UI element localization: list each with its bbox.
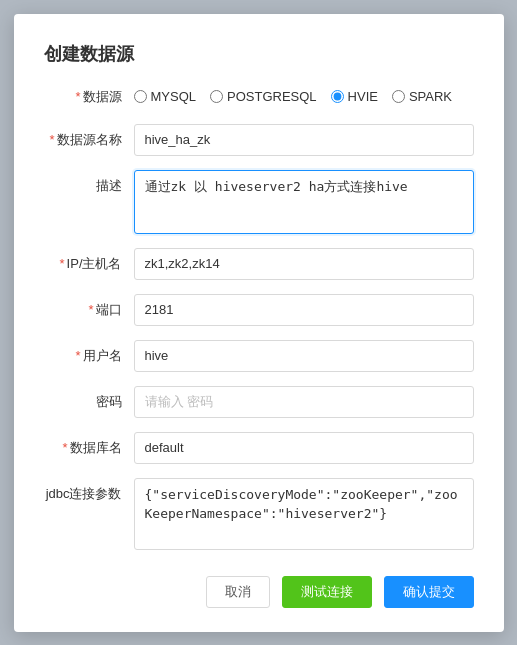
footer-row: 取消 测试连接 确认提交 — [44, 570, 474, 608]
datasource-type-label: *数据源 — [44, 88, 134, 106]
radio-hvie-label: HVIE — [348, 89, 378, 104]
ip-label: *IP/主机名 — [44, 248, 134, 273]
radio-hvie[interactable] — [331, 90, 344, 103]
username-label: *用户名 — [44, 340, 134, 365]
jdbc-input[interactable]: {"serviceDiscoveryMode":"zooKeeper","zoo… — [134, 478, 474, 550]
port-label: *端口 — [44, 294, 134, 319]
radio-option-postgresql[interactable]: POSTGRESQL — [210, 89, 317, 104]
required-star-ip: * — [60, 256, 65, 271]
datasource-type-row: *数据源 MYSQL POSTGRESQL HVIE SPARK — [44, 88, 474, 106]
name-input[interactable] — [134, 124, 474, 156]
password-label: 密码 — [44, 386, 134, 411]
username-input[interactable] — [134, 340, 474, 372]
create-datasource-dialog: 创建数据源 *数据源 MYSQL POSTGRESQL HVIE SPARK — [14, 14, 504, 632]
dbname-input[interactable] — [134, 432, 474, 464]
required-star-port: * — [88, 302, 93, 317]
port-row: *端口 — [44, 294, 474, 326]
dbname-label: *数据库名 — [44, 432, 134, 457]
required-star-name: * — [49, 132, 54, 147]
password-input[interactable] — [134, 386, 474, 418]
name-label: *数据源名称 — [44, 124, 134, 149]
radio-postgresql-label: POSTGRESQL — [227, 89, 317, 104]
radio-option-mysql[interactable]: MYSQL — [134, 89, 197, 104]
desc-label: 描述 — [44, 170, 134, 195]
radio-option-hvie[interactable]: HVIE — [331, 89, 378, 104]
required-star-dbname: * — [62, 440, 67, 455]
radio-postgresql[interactable] — [210, 90, 223, 103]
desc-row: 描述 通过zk 以 hiveserver2 ha方式连接hive — [44, 170, 474, 234]
desc-input[interactable]: 通过zk 以 hiveserver2 ha方式连接hive — [134, 170, 474, 234]
jdbc-row: jdbc连接参数 {"serviceDiscoveryMode":"zooKee… — [44, 478, 474, 550]
test-connection-button[interactable]: 测试连接 — [282, 576, 372, 608]
password-row: 密码 — [44, 386, 474, 418]
cancel-button[interactable]: 取消 — [206, 576, 270, 608]
radio-spark[interactable] — [392, 90, 405, 103]
confirm-submit-button[interactable]: 确认提交 — [384, 576, 474, 608]
username-row: *用户名 — [44, 340, 474, 372]
required-star-username: * — [75, 348, 80, 363]
radio-mysql-label: MYSQL — [151, 89, 197, 104]
radio-mysql[interactable] — [134, 90, 147, 103]
dbname-row: *数据库名 — [44, 432, 474, 464]
port-input[interactable] — [134, 294, 474, 326]
radio-options-group: MYSQL POSTGRESQL HVIE SPARK — [134, 89, 453, 104]
ip-input[interactable] — [134, 248, 474, 280]
jdbc-label: jdbc连接参数 — [44, 478, 134, 503]
radio-option-spark[interactable]: SPARK — [392, 89, 452, 104]
ip-row: *IP/主机名 — [44, 248, 474, 280]
required-star-datasource: * — [75, 89, 80, 104]
name-row: *数据源名称 — [44, 124, 474, 156]
dialog-title: 创建数据源 — [44, 42, 474, 66]
radio-spark-label: SPARK — [409, 89, 452, 104]
